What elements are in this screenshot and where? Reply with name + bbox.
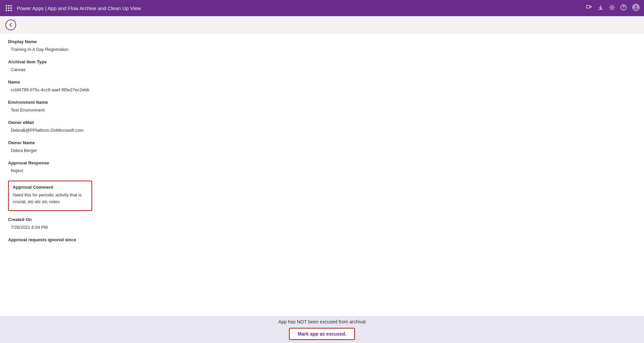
svg-rect-0 xyxy=(586,5,590,8)
app-name-text: Power Apps xyxy=(17,5,44,11)
display-name-value: Training In A Day Registration xyxy=(8,45,636,53)
approval-comment-label: Approval Comment xyxy=(13,185,87,190)
app-title: Power Apps | App and Flow Archive and Cl… xyxy=(17,5,586,11)
owner-email-value: DebraB@PPlatform.OnMicrosoft.com xyxy=(8,126,636,134)
environment-name-label: Environment Name xyxy=(8,100,636,105)
created-on-value: 7/26/2021 6:04 PM xyxy=(8,223,636,231)
environment-name-value: Test Environment xyxy=(8,106,636,114)
owner-email-group: Owner eMail DebraB@PPlatform.OnMicrosoft… xyxy=(8,120,636,134)
approval-comment-box: Approval Comment Need this for periodic … xyxy=(8,181,92,211)
owner-name-label: Owner Name xyxy=(8,140,636,145)
owner-name-group: Owner Name Debra Berger xyxy=(8,140,636,154)
name-label: Name xyxy=(8,80,636,85)
page-title: App and Flow Archive and Clean Up View xyxy=(47,5,141,11)
download-icon[interactable] xyxy=(598,4,604,12)
approval-comment-text: Need this for periodic activity that is … xyxy=(13,192,87,205)
name-group: Name ccbf4789-075c-4cc9-aaef-f85e27ec2eb… xyxy=(8,80,636,94)
share-icon[interactable] xyxy=(586,4,592,12)
nav-icons-group xyxy=(586,3,640,13)
grid-menu-icon[interactable] xyxy=(4,3,13,13)
svg-point-1 xyxy=(611,6,613,8)
display-name-label: Display Name xyxy=(8,39,636,44)
approval-requests-ignored-label: Approval requests ignored since xyxy=(8,237,636,242)
created-on-label: Created On xyxy=(8,217,636,222)
mark-app-as-excused-button[interactable]: Mark app as excused. xyxy=(289,328,355,340)
archival-item-type-group: Archival Item Type Canvas xyxy=(8,59,636,73)
svg-point-5 xyxy=(635,5,637,8)
excusal-status-text: App has NOT been excused from archival xyxy=(278,319,366,324)
archival-item-type-label: Archival Item Type xyxy=(8,59,636,64)
environment-name-group: Environment Name Test Environment xyxy=(8,100,636,114)
owner-email-label: Owner eMail xyxy=(8,120,636,125)
help-icon[interactable] xyxy=(620,4,627,12)
main-content: Display Name Training In A Day Registrat… xyxy=(0,34,644,316)
owner-name-value: Debra Berger xyxy=(8,147,636,154)
created-on-group: Created On 7/26/2021 6:04 PM xyxy=(8,217,636,231)
archival-item-type-value: Canvas xyxy=(8,66,636,73)
approval-response-label: Approval Response xyxy=(8,160,636,165)
name-value: ccbf4789-075c-4cc9-aaef-f85e27ec2ebb xyxy=(8,86,636,94)
approval-response-value: Reject xyxy=(8,167,636,175)
secondary-navigation xyxy=(0,16,644,34)
settings-icon[interactable] xyxy=(609,4,615,12)
approval-requests-ignored-group: Approval requests ignored since xyxy=(8,237,636,242)
bottom-bar: App has NOT been excused from archival M… xyxy=(0,316,644,343)
top-navigation: Power Apps | App and Flow Archive and Cl… xyxy=(0,0,644,16)
display-name-group: Display Name Training In A Day Registrat… xyxy=(8,39,636,53)
approval-response-group: Approval Response Reject xyxy=(8,160,636,175)
svg-point-3 xyxy=(623,8,624,9)
back-button[interactable] xyxy=(5,20,16,30)
user-avatar[interactable] xyxy=(632,3,640,13)
